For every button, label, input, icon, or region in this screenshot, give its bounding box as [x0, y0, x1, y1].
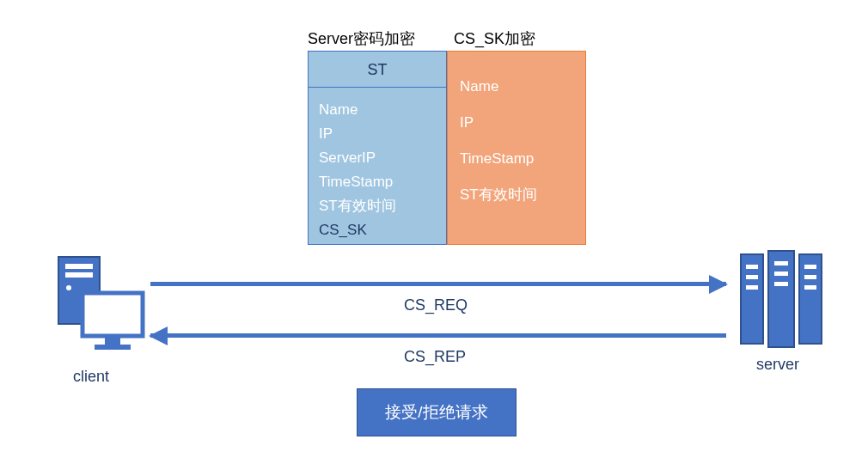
svg-rect-17 [804, 275, 816, 279]
ticket-box-cs-sk-encrypted: Name IP TimeStamp ST有效时间 [447, 51, 586, 245]
svg-rect-1 [65, 264, 93, 269]
label-server-encrypt: Server密码加密 [308, 28, 415, 49]
ticket-header-st: ST [309, 52, 446, 88]
svg-rect-5 [105, 336, 120, 345]
field-ip: IP [319, 122, 396, 146]
arrow-cs-rep [150, 333, 726, 338]
label-cs-req: CS_REQ [404, 296, 468, 314]
field-st-valid: ST有效时间 [460, 177, 537, 213]
server-icon [739, 249, 823, 351]
ticket-body: Name IP ServerIP TimeStamp ST有效时间 CS_SK [319, 98, 396, 242]
svg-rect-11 [746, 275, 758, 279]
field-cs-sk: CS_SK [319, 218, 396, 242]
ticket-body: Name IP TimeStamp ST有效时间 [460, 69, 537, 213]
svg-rect-13 [774, 261, 788, 265]
server-label: server [756, 356, 799, 374]
response-box: 接受/拒绝请求 [357, 388, 517, 436]
field-timestamp: TimeStamp [319, 170, 396, 194]
field-name: Name [319, 98, 396, 122]
field-name: Name [460, 69, 537, 105]
svg-rect-16 [804, 265, 816, 269]
svg-rect-10 [746, 265, 758, 269]
client-label: client [73, 368, 109, 386]
svg-rect-4 [83, 293, 143, 336]
svg-rect-2 [65, 272, 93, 278]
ticket-box-server-encrypted: ST Name IP ServerIP TimeStamp ST有效时间 CS_… [308, 51, 447, 245]
field-ip: IP [460, 105, 537, 141]
arrow-cs-req [150, 282, 726, 286]
label-cs-sk-encrypt: CS_SK加密 [454, 28, 535, 49]
field-serverip: ServerIP [319, 146, 396, 170]
client-icon [50, 253, 153, 365]
svg-point-3 [66, 285, 71, 290]
svg-rect-6 [95, 345, 131, 350]
label-cs-rep: CS_REP [404, 348, 466, 366]
svg-rect-12 [746, 285, 758, 290]
field-st-valid: ST有效时间 [319, 194, 396, 218]
field-timestamp: TimeStamp [460, 141, 537, 177]
diagram-stage: Server密码加密 CS_SK加密 ST Name IP ServerIP T… [0, 0, 868, 476]
svg-rect-14 [774, 272, 788, 276]
svg-rect-18 [804, 285, 816, 290]
svg-rect-15 [774, 282, 788, 286]
